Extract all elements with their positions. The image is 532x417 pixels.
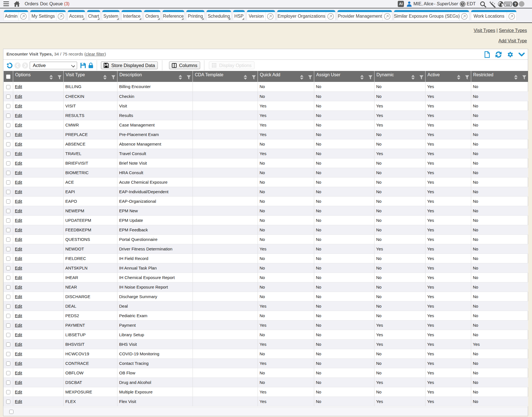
svg-text:?: ? — [514, 2, 517, 6]
